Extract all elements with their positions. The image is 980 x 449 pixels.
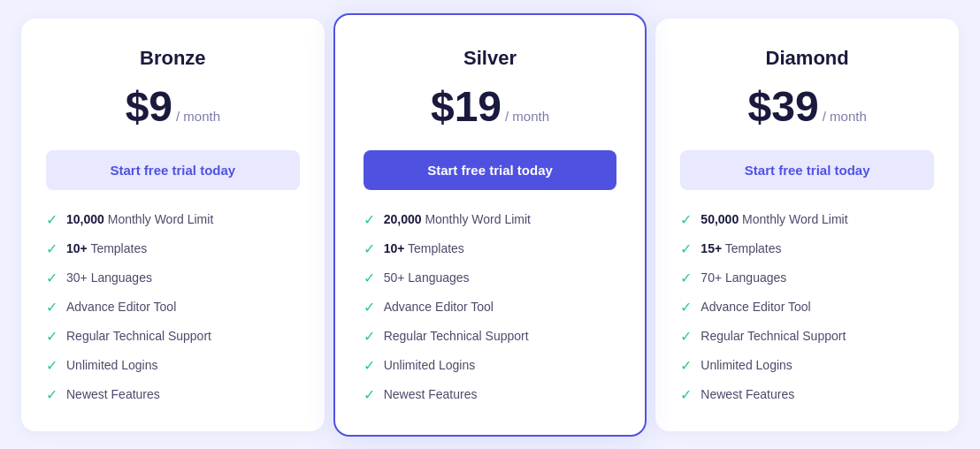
list-item: ✓Advance Editor Tool	[680, 299, 934, 316]
feature-text: Unlimited Logins	[384, 358, 476, 372]
feature-text: 70+ Languages	[701, 270, 786, 285]
feature-text: Unlimited Logins	[701, 358, 792, 372]
list-item: ✓Advance Editor Tool	[364, 299, 617, 316]
plan-name-bronze: Bronze	[46, 47, 300, 70]
list-item: ✓Regular Technical Support	[46, 328, 300, 345]
check-icon: ✓	[680, 240, 692, 257]
plan-name-diamond: Diamond	[680, 47, 934, 70]
check-icon: ✓	[680, 328, 692, 345]
list-item: ✓Newest Features	[364, 386, 617, 403]
check-icon: ✓	[364, 270, 375, 286]
feature-text: 10+ Templates	[66, 241, 147, 255]
feature-text: Advance Editor Tool	[384, 300, 494, 314]
list-item: ✓Advance Editor Tool	[46, 299, 300, 316]
check-icon: ✓	[680, 270, 692, 286]
plan-price-diamond: $39/ month	[680, 82, 934, 131]
plan-card-bronze: Bronze$9/ monthStart free trial today✓10…	[21, 19, 325, 431]
check-icon: ✓	[680, 357, 692, 374]
pricing-container: Bronze$9/ monthStart free trial today✓10…	[21, 19, 959, 431]
list-item: ✓Unlimited Logins	[680, 357, 934, 374]
plan-card-silver: Silver$19/ monthStart free trial today✓2…	[333, 13, 647, 437]
list-item: ✓Regular Technical Support	[680, 328, 934, 345]
check-icon: ✓	[364, 299, 375, 316]
trial-btn-silver[interactable]: Start free trial today	[364, 150, 617, 190]
trial-btn-bronze[interactable]: Start free trial today	[46, 150, 300, 190]
check-icon: ✓	[46, 328, 57, 345]
plan-name-silver: Silver	[364, 47, 617, 70]
check-icon: ✓	[364, 211, 375, 228]
list-item: ✓50+ Languages	[364, 270, 617, 286]
check-icon: ✓	[46, 299, 57, 316]
feature-text: Newest Features	[701, 387, 794, 401]
check-icon: ✓	[364, 386, 375, 403]
list-item: ✓20,000 Monthly Word Limit	[364, 211, 617, 228]
price-period-bronze: / month	[176, 109, 220, 124]
list-item: ✓Unlimited Logins	[46, 357, 300, 374]
list-item: ✓10,000 Monthly Word Limit	[46, 211, 300, 228]
feature-text: Regular Technical Support	[701, 329, 846, 343]
trial-btn-diamond[interactable]: Start free trial today	[680, 150, 934, 190]
check-icon: ✓	[364, 328, 375, 345]
feature-text: Newest Features	[384, 387, 478, 401]
list-item: ✓Newest Features	[680, 386, 934, 403]
list-item: ✓Unlimited Logins	[364, 357, 617, 374]
list-item: ✓30+ Languages	[46, 270, 300, 286]
plan-card-diamond: Diamond$39/ monthStart free trial today✓…	[655, 19, 959, 431]
feature-text: Regular Technical Support	[384, 329, 529, 343]
list-item: ✓70+ Languages	[680, 270, 934, 286]
feature-text: Newest Features	[66, 387, 160, 401]
check-icon: ✓	[46, 270, 57, 286]
list-item: ✓10+ Templates	[364, 240, 617, 257]
feature-text: Advance Editor Tool	[66, 300, 176, 314]
list-item: ✓15+ Templates	[680, 240, 934, 257]
features-list-diamond: ✓50,000 Monthly Word Limit✓15+ Templates…	[680, 211, 934, 403]
check-icon: ✓	[680, 386, 692, 403]
list-item: ✓Regular Technical Support	[364, 328, 617, 345]
feature-text: 50,000 Monthly Word Limit	[701, 212, 847, 226]
feature-text: 10+ Templates	[384, 241, 464, 255]
price-amount-bronze: $9	[126, 82, 172, 131]
list-item: ✓10+ Templates	[46, 240, 300, 257]
check-icon: ✓	[364, 357, 375, 374]
list-item: ✓50,000 Monthly Word Limit	[680, 211, 934, 228]
plan-price-bronze: $9/ month	[46, 82, 300, 131]
feature-text: Unlimited Logins	[66, 358, 158, 372]
feature-text: Regular Technical Support	[66, 329, 211, 343]
feature-text: 15+ Templates	[701, 241, 781, 255]
price-amount-diamond: $39	[748, 82, 819, 131]
price-period-diamond: / month	[823, 109, 867, 124]
check-icon: ✓	[46, 357, 57, 374]
check-icon: ✓	[46, 211, 57, 228]
check-icon: ✓	[364, 240, 375, 257]
plan-price-silver: $19/ month	[364, 82, 617, 131]
price-period-silver: / month	[505, 109, 549, 124]
feature-text: Advance Editor Tool	[701, 300, 810, 314]
check-icon: ✓	[680, 211, 692, 228]
price-amount-silver: $19	[431, 82, 501, 131]
feature-text: 20,000 Monthly Word Limit	[384, 212, 531, 226]
check-icon: ✓	[46, 386, 57, 403]
features-list-bronze: ✓10,000 Monthly Word Limit✓10+ Templates…	[46, 211, 300, 403]
check-icon: ✓	[46, 240, 57, 257]
feature-text: 10,000 Monthly Word Limit	[66, 212, 213, 226]
feature-text: 50+ Languages	[384, 270, 470, 285]
feature-text: 30+ Languages	[66, 270, 152, 285]
features-list-silver: ✓20,000 Monthly Word Limit✓10+ Templates…	[364, 211, 617, 403]
list-item: ✓Newest Features	[46, 386, 300, 403]
check-icon: ✓	[680, 299, 692, 316]
